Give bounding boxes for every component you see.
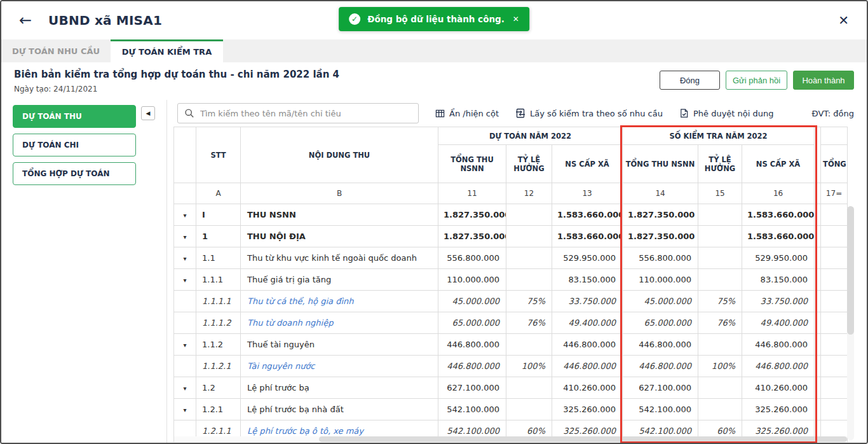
cell-kt-ty-le (698, 204, 742, 226)
header-group-du-toan-2022: DỰ TOÁN NĂM 2022 (438, 127, 623, 145)
cell-kt-ns-cap-xa: 446.800.000 (742, 356, 815, 377)
hide-show-columns-label: Ẩn /hiện cột (449, 109, 499, 118)
row-expand-caret-icon[interactable]: ▾ (183, 212, 186, 219)
header-noi-dung-thu: NỘI DUNG THU (241, 127, 438, 183)
cell-name: Lệ phí trước bạ nhà đất (241, 399, 438, 420)
dong-button[interactable]: Đóng (660, 71, 720, 90)
cell-dt-ns-cap-xa: 529.950.000 (552, 247, 623, 269)
table-row[interactable]: ▾1.1Thu từ khu vực kinh tế ngoài quốc do… (174, 247, 848, 269)
table-row[interactable]: ▾1.1.1Thuế giá trị gia tăng110.000.00083… (174, 269, 848, 291)
header-dt-ty-le-huong: TỶ LỆ HƯỞNG (506, 145, 552, 183)
sidebar-item-du-toan-chi[interactable]: DỰ TOÁN CHI (13, 134, 136, 156)
cell-kt-ty-le (698, 269, 742, 291)
sidebar-item-du-toan-thu[interactable]: DỰ TOÁN THU (13, 105, 136, 128)
table-container: STT NỘI DUNG THU DỰ TOÁN NĂM 2022 SỐ KIỂ… (167, 127, 867, 443)
cell-dt-ns-cap-xa: 446.800.000 (552, 334, 623, 356)
row-name-link[interactable]: Lệ phí trước bạ ô tô, xe máy (247, 426, 363, 436)
cell-expand[interactable]: ▾ (174, 377, 196, 399)
cell-partial (821, 269, 848, 291)
cell-name: Thu từ khu vực kinh tế ngoài quốc doanh (241, 247, 438, 269)
cell-kt-tong-thu: 446.800.000 (623, 334, 698, 356)
row-name-link[interactable]: Thu từ doanh nghiệp (247, 318, 333, 328)
approve-content-button[interactable]: Phê duyệt nội dung (679, 108, 774, 118)
hide-show-columns-button[interactable]: Ẩn /hiện cột (435, 109, 499, 118)
horizontal-scrollbar-thumb[interactable] (319, 436, 847, 442)
search-box[interactable] (177, 103, 419, 123)
table-body: ▾ITHU NSNN1.827.350.0001.583.660.0001.82… (174, 204, 848, 442)
row-expand-caret-icon[interactable]: ▾ (183, 385, 186, 392)
table-row[interactable]: 1.1.1.2Thu từ doanh nghiệp65.000.00076%4… (174, 312, 848, 334)
cell-dt-tong-thu: 65.000.000 (438, 312, 506, 334)
row-expand-caret-icon[interactable]: ▾ (183, 233, 186, 240)
header-gap-column (815, 127, 821, 183)
cell-kt-ns-cap-xa: 33.750.000 (742, 291, 815, 312)
row-expand-caret-icon[interactable]: ▾ (183, 255, 186, 262)
cell-dt-tong-thu: 542.100.000 (438, 399, 506, 420)
cell-kt-ns-cap-xa: 325.260.000 (742, 399, 815, 420)
toolbar: Ẩn /hiện cột Lấy số kiểm tra theo số nhu… (167, 100, 867, 127)
sidebar-item-tong-hop-du-toan[interactable]: TỔNG HỢP DỰ TOÁN (13, 162, 136, 185)
cell-stt: 1.1.1 (196, 269, 241, 291)
table-row[interactable]: 1.1.1.1Thu từ cá thể, hộ gia đình45.000.… (174, 291, 848, 312)
toast-close-icon[interactable]: ✕ (513, 15, 519, 24)
header-group-so-kiem-tra-2022: SỐ KIỂM TRA NĂM 2022 (623, 127, 815, 145)
approve-content-label: Phê duyệt nội dung (693, 109, 774, 118)
content-area: DỰ TOÁN THU DỰ TOÁN CHI TỔNG HỢP DỰ TOÁN… (1, 100, 867, 443)
cell-expand[interactable]: ▾ (174, 399, 196, 420)
index-cell-12: 12 (506, 183, 552, 204)
cell-kt-ns-cap-xa: 410.260.000 (742, 377, 815, 399)
tab-strip: DỰ TOÁN NHU CẦU DỰ TOÁN KIỂM TRA (1, 39, 867, 62)
cell-dt-tong-thu: 446.800.000 (438, 356, 506, 377)
cell-gap (815, 312, 821, 334)
cell-dt-ns-cap-xa: 1.583.660.000 (552, 204, 623, 226)
vertical-scrollbar-thumb[interactable] (847, 206, 854, 335)
vertical-scrollbar[interactable] (847, 206, 854, 440)
horizontal-scrollbar[interactable] (174, 436, 847, 442)
table-row[interactable]: ▾1.1.2Thuế tài nguyên446.800.000446.800.… (174, 334, 848, 356)
tab-du-toan-nhu-cau[interactable]: DỰ TOÁN NHU CẦU (1, 39, 111, 62)
cell-expand[interactable]: ▾ (174, 247, 196, 269)
get-check-numbers-button[interactable]: Lấy số kiểm tra theo số nhu cầu (515, 108, 663, 118)
cell-expand (174, 356, 196, 377)
cell-dt-ns-cap-xa: 83.150.000 (552, 269, 623, 291)
tab-du-toan-kiem-tra[interactable]: DỰ TOÁN KIỂM TRA (111, 39, 223, 62)
row-expand-caret-icon[interactable]: ▾ (183, 342, 186, 349)
search-input[interactable] (200, 109, 412, 118)
table-row[interactable]: 1.1.2.1Tài nguyên nước446.800.000100%446… (174, 356, 848, 377)
table-row[interactable]: ▾ITHU NSNN1.827.350.0001.583.660.0001.82… (174, 204, 848, 226)
row-expand-caret-icon[interactable]: ▾ (183, 406, 186, 413)
table-row[interactable]: ▾1THU NỘI ĐỊA1.827.350.0001.583.660.0001… (174, 226, 848, 247)
cell-gap (815, 356, 821, 377)
index-cell-14: 14 (623, 183, 698, 204)
cell-name: Thuế tài nguyên (241, 334, 438, 356)
cell-expand[interactable]: ▾ (174, 269, 196, 291)
table-row[interactable]: ▾1.2Lệ phí trước bạ627.100.000410.260.00… (174, 377, 848, 399)
cell-expand[interactable]: ▾ (174, 226, 196, 247)
collapse-arrow-icon: ◀ (146, 110, 151, 116)
table-row[interactable]: ▾1.2.1Lệ phí trước bạ nhà đất542.100.000… (174, 399, 848, 420)
back-arrow-icon[interactable]: ← (19, 13, 32, 28)
index-cell-16: 16 (742, 183, 815, 204)
cell-stt: 1.1.2 (196, 334, 241, 356)
gui-phan-hoi-button[interactable]: Gửi phản hồi (726, 71, 787, 90)
cell-partial (821, 356, 848, 377)
row-expand-caret-icon[interactable]: ▾ (183, 277, 186, 284)
hoan-thanh-button[interactable]: Hoàn thành (793, 71, 854, 90)
index-cell-caret (174, 183, 196, 204)
cell-kt-tong-thu: 110.000.000 (623, 269, 698, 291)
sidebar-collapse-button[interactable]: ◀ (141, 106, 155, 120)
cell-expand[interactable]: ▾ (174, 204, 196, 226)
cell-stt: 1.1.1.2 (196, 312, 241, 334)
cell-dt-tong-thu: 1.827.350.000 (438, 204, 506, 226)
toast-check-icon: ✓ (349, 13, 360, 25)
row-name-link[interactable]: Thu từ cá thể, hộ gia đình (247, 296, 354, 306)
cell-expand[interactable]: ▾ (174, 334, 196, 356)
cell-kt-ty-le: 75% (698, 291, 742, 312)
index-cell-b: B (241, 183, 438, 204)
row-name-link[interactable]: Tài nguyên nước (247, 361, 315, 371)
index-cell-13: 13 (552, 183, 623, 204)
cell-gap (815, 377, 821, 399)
cell-partial (821, 247, 848, 269)
cell-partial (821, 204, 848, 226)
close-icon[interactable]: ✕ (838, 13, 849, 28)
